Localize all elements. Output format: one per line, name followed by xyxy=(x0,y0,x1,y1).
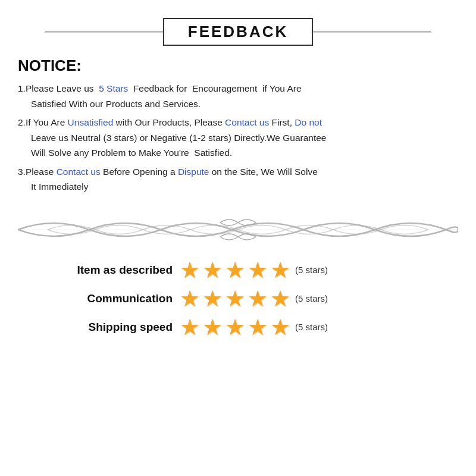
star-2: ★ xyxy=(202,316,223,339)
divider-svg xyxy=(18,214,458,246)
stars-shipping: ★ ★ ★ ★ ★ (5 stars) xyxy=(180,316,328,339)
star-1: ★ xyxy=(180,316,200,339)
star-4: ★ xyxy=(248,287,268,310)
star-5: ★ xyxy=(270,287,290,310)
stars-communication: ★ ★ ★ ★ ★ (5 stars) xyxy=(180,287,328,310)
rating-row-communication: Communication ★ ★ ★ ★ ★ (5 stars) xyxy=(36,287,458,310)
star-4: ★ xyxy=(248,316,268,339)
page-wrapper: FEEDBACK NOTICE: 1.Please Leave us 5 Sta… xyxy=(0,0,476,476)
notice-highlight-dispute: Dispute xyxy=(178,167,209,177)
star-count-item-described: (5 stars) xyxy=(295,265,328,275)
star-4: ★ xyxy=(248,259,268,281)
notice-item-2: 2.If You Are Unsatisfied with Our Produc… xyxy=(18,115,458,161)
rating-label-shipping: Shipping speed xyxy=(36,321,173,334)
star-1: ★ xyxy=(180,259,200,281)
star-2: ★ xyxy=(202,259,223,281)
notice-highlight-contact1: Contact us xyxy=(225,117,269,127)
notice-item-3: 3.Please Contact us Before Opening a Dis… xyxy=(18,164,458,195)
notice-highlight-unsatisfied: Unsatisfied xyxy=(68,117,114,127)
rating-row-item-described: Item as described ★ ★ ★ ★ ★ (5 stars) xyxy=(36,259,458,281)
decorative-divider xyxy=(18,212,458,248)
feedback-title: FEEDBACK xyxy=(188,23,288,40)
rating-label-communication: Communication xyxy=(36,292,173,305)
notice-highlight-contact2: Contact us xyxy=(57,167,101,177)
ratings-section: Item as described ★ ★ ★ ★ ★ (5 stars) Co… xyxy=(18,259,458,339)
star-3: ★ xyxy=(225,316,245,339)
star-3: ★ xyxy=(225,259,245,281)
star-count-shipping: (5 stars) xyxy=(295,322,328,332)
notice-section: NOTICE: 1.Please Leave us 5 Stars Feedba… xyxy=(18,57,458,198)
star-5: ★ xyxy=(270,259,290,281)
notice-item-2-text: 2.If You Are Unsatisfied with Our Produc… xyxy=(18,117,458,161)
star-2: ★ xyxy=(202,287,223,310)
notice-item-1: 1.Please Leave us 5 Stars Feedback for E… xyxy=(18,81,458,111)
feedback-title-box: FEEDBACK xyxy=(163,18,313,46)
notice-highlight-donot: Do not xyxy=(295,117,322,127)
notice-item-3-text: 3.Please Contact us Before Opening a Dis… xyxy=(18,167,458,195)
star-count-communication: (5 stars) xyxy=(295,293,328,303)
notice-title: NOTICE: xyxy=(18,57,458,75)
star-1: ★ xyxy=(180,287,200,310)
feedback-header: FEEDBACK xyxy=(18,18,458,46)
notice-highlight-5stars: 5 Stars xyxy=(99,83,128,93)
rating-row-shipping: Shipping speed ★ ★ ★ ★ ★ (5 stars) xyxy=(36,316,458,339)
star-5: ★ xyxy=(270,316,290,339)
notice-item-1-text: 1.Please Leave us 5 Stars Feedback for E… xyxy=(18,83,458,111)
stars-item-described: ★ ★ ★ ★ ★ (5 stars) xyxy=(180,259,328,281)
star-3: ★ xyxy=(225,287,245,310)
rating-label-item-described: Item as described xyxy=(36,264,173,277)
